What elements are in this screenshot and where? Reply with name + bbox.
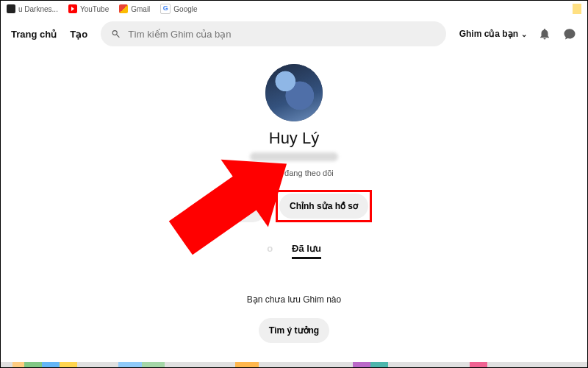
bookmark-label: Gmail (131, 5, 150, 13)
chat-icon (563, 27, 576, 40)
find-ideas-button[interactable]: Tìm ý tưởng (259, 318, 329, 343)
bookmark-gmail[interactable]: Gmail (119, 4, 150, 13)
taskbar-strip (1, 362, 587, 367)
profile-name: Huy Lý (269, 129, 319, 148)
chevron-down-icon: ⌄ (521, 30, 527, 38)
bookmark-label: u Darknes... (18, 5, 58, 13)
your-pins-dropdown[interactable]: Ghim của bạn ⌄ (459, 29, 527, 39)
search-icon (111, 29, 121, 39)
nav-home[interactable]: Trang chủ (11, 29, 57, 40)
main-header: Trang chủ Tạo Ghim của bạn ⌄ (1, 17, 587, 51)
avatar[interactable] (265, 64, 323, 121)
gmail-icon (119, 4, 128, 13)
bell-icon (538, 27, 551, 40)
notifications-button[interactable] (537, 26, 552, 41)
bookmarks-bar: u Darknes... YouTube Gmail G Google (1, 1, 587, 17)
profile-tabs: o Đã lưu (267, 243, 321, 259)
youtube-icon (68, 4, 77, 13)
bookmark-label: Google (173, 5, 197, 13)
bookmark-label: YouTube (80, 5, 109, 13)
header-right: Ghim của bạn ⌄ (459, 26, 577, 41)
bookmark-tab-darkness[interactable]: u Darknes... (7, 4, 58, 13)
empty-state-message: Bạn chưa lưu Ghim nào (247, 294, 341, 305)
bookmark-youtube[interactable]: YouTube (68, 4, 109, 13)
extension-icon[interactable] (573, 4, 581, 14)
your-pins-label: Ghim của bạn (459, 29, 518, 39)
tab-favicon (7, 4, 15, 13)
bookmark-google[interactable]: G Google (160, 4, 197, 14)
search-bar[interactable] (101, 21, 446, 46)
tab-created[interactable]: o (267, 243, 273, 259)
messages-button[interactable] (562, 26, 577, 41)
google-icon: G (160, 4, 171, 14)
nav-create[interactable]: Tạo (70, 29, 87, 40)
tab-saved[interactable]: Đã lưu (292, 243, 321, 259)
search-input[interactable] (126, 28, 435, 40)
